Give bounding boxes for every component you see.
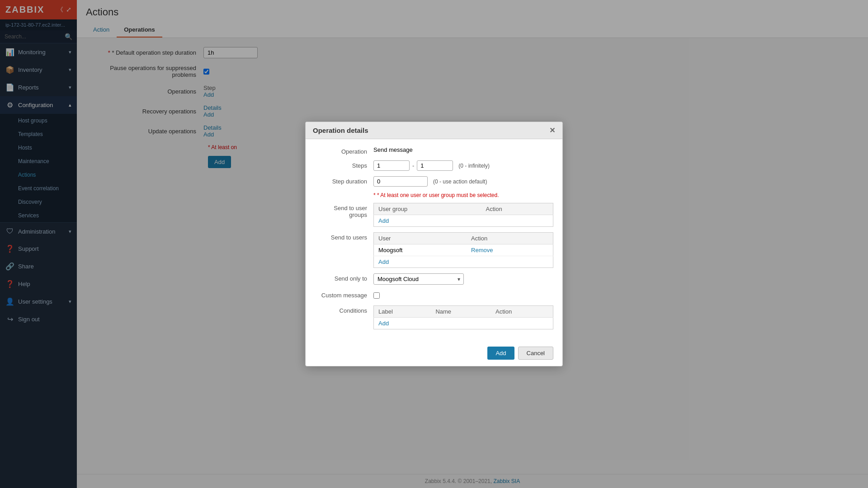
modal-custom-message-label: Custom message — [315, 290, 373, 299]
conditions-table: Label Name Action Add — [373, 305, 553, 329]
user-groups-add-link[interactable]: Add — [378, 217, 389, 224]
modal-users-label: Send to users — [315, 232, 373, 241]
modal-steps-row: Steps - (0 - infinitely) — [315, 160, 553, 171]
modal-overlay: Operation details ✕ Operation Send messa… — [77, 38, 868, 474]
users-add-link[interactable]: Add — [378, 258, 389, 265]
users-table: User Action Moogsoft Remove — [373, 232, 553, 268]
user-group-col-header: User group — [374, 203, 481, 215]
modal-close-button[interactable]: ✕ — [549, 127, 555, 134]
user-name: Moogsoft — [374, 244, 467, 256]
modal-user-groups-row: Send to user groups User group Action — [315, 203, 553, 227]
modal-title: Operation details — [313, 127, 368, 134]
step-duration-input[interactable] — [373, 176, 428, 187]
modal-operation-value: Send message — [373, 146, 553, 153]
main-content: Actions Action Operations * * Default op… — [77, 0, 868, 488]
modal-error-message: * * At least one user or user group must… — [315, 192, 553, 198]
modal-operation-label: Operation — [315, 146, 373, 155]
modal-operation-row: Operation Send message — [315, 146, 553, 155]
user-action-col-header: Action — [467, 233, 553, 244]
modal-steps-label: Steps — [315, 160, 373, 169]
modal-add-button[interactable]: Add — [487, 347, 514, 360]
modal-cancel-button[interactable]: Cancel — [518, 347, 553, 360]
conditions-add-link[interactable]: Add — [378, 320, 389, 327]
modal-body: Operation Send message Steps - (0 - infi… — [306, 139, 562, 342]
modal-send-only-to-row: Send only to All Moogsoft Cloud — [315, 273, 553, 285]
modal-header: Operation details ✕ — [306, 122, 562, 139]
action-col-header: Action — [481, 203, 553, 215]
send-only-to-select[interactable]: All Moogsoft Cloud — [373, 273, 464, 285]
steps-hint: (0 - infinitely) — [458, 163, 490, 169]
modal-step-duration-label: Step duration — [315, 176, 373, 185]
modal-footer: Add Cancel — [306, 342, 562, 366]
table-row: Moogsoft Remove — [374, 244, 553, 256]
steps-from-input[interactable] — [373, 160, 410, 171]
user-remove-link[interactable]: Remove — [471, 247, 493, 253]
user-groups-table: User group Action Add — [373, 203, 553, 227]
modal-step-duration-row: Step duration (0 - use action default) — [315, 176, 553, 187]
users-add-row: Add — [374, 256, 553, 268]
conditions-action-col: Action — [491, 306, 553, 318]
user-groups-add-row: Add — [374, 215, 553, 227]
modal-users-row: Send to users User Action — [315, 232, 553, 268]
conditions-name-col: Name — [431, 306, 491, 318]
conditions-label-col: Label — [374, 306, 431, 318]
user-col-header: User — [374, 233, 467, 244]
modal-custom-message-row: Custom message — [315, 290, 553, 300]
custom-message-checkbox[interactable] — [373, 292, 380, 299]
steps-to-input[interactable] — [417, 160, 453, 171]
modal-conditions-label: Conditions — [315, 305, 373, 314]
steps-dash: - — [412, 162, 414, 169]
step-duration-hint: (0 - use action default) — [433, 178, 487, 185]
modal-send-only-to-label: Send only to — [315, 273, 373, 282]
operation-details-modal: Operation details ✕ Operation Send messa… — [305, 122, 563, 366]
error-star: * — [373, 192, 376, 198]
modal-user-groups-label: Send to user groups — [315, 203, 373, 218]
modal-conditions-row: Conditions Label Name Action — [315, 305, 553, 329]
page-content: * * Default operation step duration Paus… — [77, 38, 868, 474]
conditions-add-row: Add — [374, 318, 553, 329]
send-only-to-select-wrap: All Moogsoft Cloud — [373, 273, 464, 285]
